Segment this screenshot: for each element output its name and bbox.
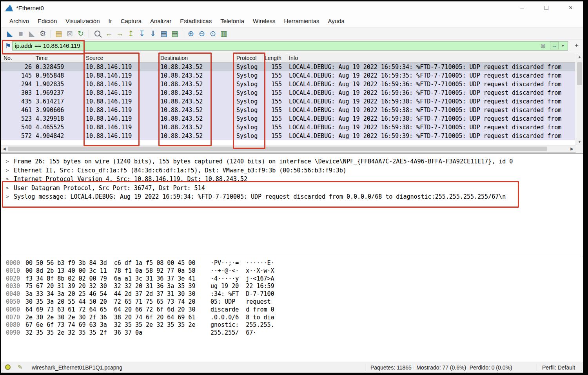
cell-length: 155: [261, 132, 282, 140]
hex-row[interactable]: 0020f3 34 8f 8b 02 02 00 79 6a a1 3c 31 …: [1, 275, 583, 283]
go-last-packet-icon[interactable]: ↧: [136, 28, 147, 39]
scroll-down-icon[interactable]: ▼: [576, 140, 583, 144]
hex-row[interactable]: 003075 67 20 31 39 20 32 30 32 32 20 31 …: [1, 283, 583, 290]
menu-item-estadisticas[interactable]: Estadísticas: [176, 16, 216, 25]
go-first-packet-icon[interactable]: ↥: [125, 28, 136, 39]
menu-item-ir[interactable]: Ir: [104, 16, 116, 25]
hex-row[interactable]: 000000 50 56 b3 f9 3b 84 3d c6 df 1a f5 …: [1, 259, 583, 267]
detail-line-syslog[interactable]: > Syslog message: LOCAL4.DEBUG: Aug 19 2…: [1, 192, 583, 201]
horizontal-scroll-thumb[interactable]: [8, 147, 547, 151]
hex-row[interactable]: 009032 35 35 2e 32 35 35 2f 36 37 0a255.…: [1, 329, 583, 337]
hex-ascii: ·PV··;·= ······E·: [211, 259, 274, 267]
go-back-icon[interactable]: ←: [103, 28, 114, 39]
column-header-no[interactable]: No.: [4, 55, 12, 61]
minimize-button[interactable]: –: [510, 2, 534, 15]
expand-chevron-icon[interactable]: >: [6, 175, 9, 184]
packet-row[interactable]: 4353.61421710.88.146.11910.88.243.52Sysl…: [1, 97, 575, 106]
go-forward-icon[interactable]: →: [114, 28, 125, 39]
clear-filter-icon[interactable]: ⊠: [541, 42, 546, 49]
menu-item-visualizacion[interactable]: Visualización: [61, 16, 104, 25]
capture-comment-icon[interactable]: ✎: [18, 364, 23, 371]
hex-bytes: 2e 30 2e 30 2e 30 2f 36 38 20 74 6f 20 6…: [25, 314, 195, 322]
apply-filter-button[interactable]: →: [550, 42, 559, 49]
expert-info-icon[interactable]: [5, 364, 11, 370]
status-profile[interactable]: Perfil: Default: [542, 364, 575, 371]
detail-line-ethernet[interactable]: > Ethernet II, Src: Cisco_df:1a:f5 (84:3…: [1, 166, 583, 175]
hex-row[interactable]: 00702e 30 2e 30 2e 30 2f 36 38 20 74 6f …: [1, 314, 583, 322]
cell-destination: 10.88.243.52: [160, 71, 203, 80]
packet-row[interactable]: 5234.32991810.88.146.11910.88.243.52Sysl…: [1, 114, 575, 123]
scroll-left-icon[interactable]: ◀: [3, 147, 6, 151]
hex-row[interactable]: 006064 69 73 63 61 72 64 65 64 20 66 72 …: [1, 306, 583, 314]
column-divider[interactable]: [287, 54, 287, 63]
column-header-info[interactable]: Info: [289, 55, 298, 61]
hex-row[interactable]: 005030 35 3a 20 55 44 50 20 72 65 71 75 …: [1, 298, 583, 306]
filter-bookmark-icon[interactable]: ⚑: [5, 42, 11, 50]
column-divider[interactable]: [34, 54, 34, 63]
menu-item-captura[interactable]: Captura: [116, 16, 146, 25]
column-divider[interactable]: [263, 54, 263, 63]
column-header-time[interactable]: Time: [36, 55, 48, 61]
packet-row[interactable]: 4613.99060610.88.146.11910.88.243.52Sysl…: [1, 106, 575, 114]
packet-row[interactable]: 3031.96923710.88.146.11910.88.243.52Sysl…: [1, 89, 575, 97]
expand-chevron-icon[interactable]: >: [6, 184, 9, 193]
packet-row[interactable]: 260.32845910.88.146.11910.88.243.52Syslo…: [1, 63, 575, 71]
menu-item-edicion[interactable]: Edición: [33, 16, 61, 25]
menu-item-wireless[interactable]: Wireless: [249, 16, 280, 25]
colorize-icon[interactable]: ▤: [158, 28, 169, 39]
packet-list-horizontal-scrollbar[interactable]: ◀ ▶: [1, 145, 576, 153]
packet-row[interactable]: 5404.46552510.88.146.11910.88.243.52Sysl…: [1, 123, 575, 132]
detail-line-udp[interactable]: > User Datagram Protocol, Src Port: 3674…: [1, 184, 583, 193]
menu-item-archivo[interactable]: Archivo: [5, 16, 33, 25]
column-divider[interactable]: [84, 54, 84, 63]
scroll-right-icon[interactable]: ▶: [570, 147, 573, 151]
resize-columns-icon[interactable]: ▥: [218, 28, 229, 39]
cell-length: 155: [261, 123, 282, 132]
column-header-source[interactable]: Source: [86, 55, 103, 61]
open-file-icon[interactable]: ▤: [53, 28, 64, 39]
column-header-protocol[interactable]: Protocol: [236, 55, 256, 61]
menu-item-herramientas[interactable]: Herramientas: [280, 16, 324, 25]
filter-dropdown-icon[interactable]: ▾: [562, 43, 564, 48]
hex-row[interactable]: 00403a 33 34 3a 20 25 46 54 44 2d 37 2d …: [1, 290, 583, 298]
packet-row[interactable]: 5724.90484210.88.146.11910.88.243.52Sysl…: [1, 132, 575, 140]
scroll-up-icon[interactable]: ▲: [576, 55, 583, 59]
packet-list-vertical-scrollbar[interactable]: ▲ ▼: [576, 54, 583, 145]
hex-row[interactable]: 001000 8d 2b 13 40 00 3c 11 78 f1 0a 58 …: [1, 267, 583, 275]
cell-time: 1.969237: [36, 89, 64, 97]
hex-bytes: 00 8d 2b 13 40 00 3c 11 78 f1 0a 58 92 7…: [25, 267, 195, 275]
zoom-original-icon[interactable]: ⊙: [207, 28, 218, 39]
detail-line-frame[interactable]: > Frame 26: 155 bytes on wire (1240 bits…: [1, 157, 583, 166]
auto-scroll-icon[interactable]: ⇓: [147, 28, 158, 39]
column-header-destination[interactable]: Destination: [160, 55, 188, 61]
coloring-rules-icon[interactable]: ▤: [169, 28, 180, 39]
maximize-button[interactable]: □: [534, 2, 559, 15]
expand-chevron-icon[interactable]: >: [6, 157, 9, 166]
column-header-length[interactable]: Length: [265, 55, 281, 61]
expand-chevron-icon[interactable]: >: [6, 166, 9, 175]
reload-file-icon[interactable]: ↻: [75, 28, 86, 39]
column-divider[interactable]: [234, 54, 234, 63]
stop-capture-icon[interactable]: ■: [15, 28, 26, 39]
add-filter-button[interactable]: +: [573, 41, 581, 50]
cell-time: 0.965848: [36, 71, 64, 80]
restart-capture-icon[interactable]: ◣: [26, 28, 37, 39]
find-packet-icon[interactable]: [94, 31, 100, 36]
hex-row[interactable]: 008067 6e 6f 73 74 69 63 3a 32 35 35 2e …: [1, 321, 583, 329]
expand-chevron-icon[interactable]: >: [6, 192, 9, 201]
start-capture-icon[interactable]: ◣: [4, 28, 15, 39]
menu-item-analizar[interactable]: Analizar: [146, 16, 176, 25]
menu-item-ayuda[interactable]: Ayuda: [324, 16, 349, 25]
capture-options-icon[interactable]: ⚙: [37, 28, 48, 39]
zoom-in-icon[interactable]: ⊕: [185, 28, 196, 39]
close-file-icon[interactable]: ⊠: [64, 28, 75, 39]
packet-row[interactable]: 2941.90283510.88.146.11910.88.243.52Sysl…: [1, 80, 575, 89]
detail-line-ip[interactable]: > Internet Protocol Version 4, Src: 10.8…: [1, 175, 583, 184]
menu-item-telefonia[interactable]: Telefonía: [216, 16, 249, 25]
column-divider[interactable]: [158, 54, 159, 63]
packet-row[interactable]: 1450.96584810.88.146.11910.88.243.52Sysl…: [1, 71, 575, 80]
display-filter-input[interactable]: ip.addr == 10.88.146.119: [12, 41, 568, 51]
vertical-scroll-thumb[interactable]: [577, 62, 582, 85]
close-button[interactable]: ×: [559, 2, 583, 15]
zoom-out-icon[interactable]: ⊖: [196, 28, 207, 39]
